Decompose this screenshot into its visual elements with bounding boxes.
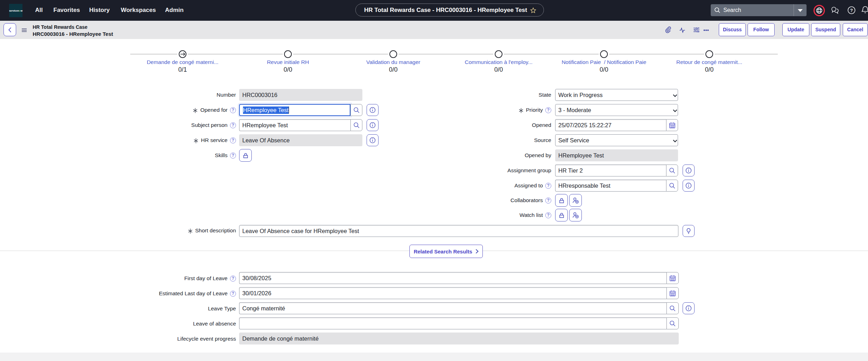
- svg-text:?: ?: [850, 8, 853, 13]
